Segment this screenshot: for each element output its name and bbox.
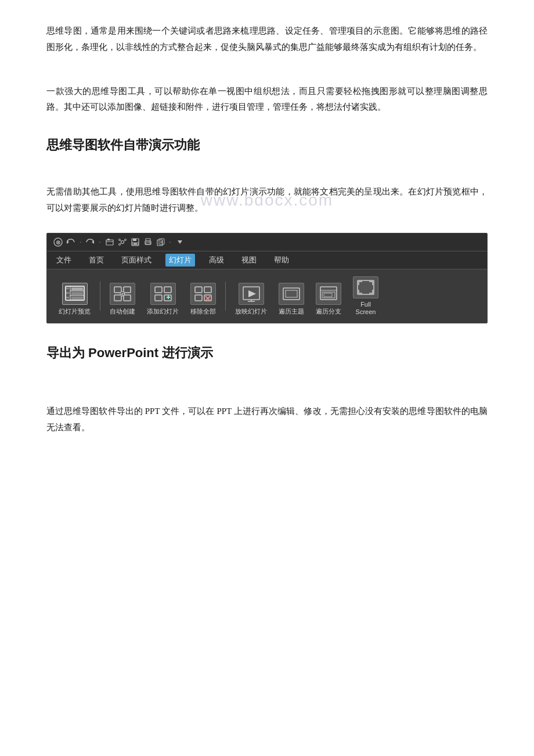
open-icon[interactable]: [104, 237, 115, 247]
label-remove-all: 移除全部: [190, 307, 216, 316]
svg-rect-49: [204, 287, 211, 293]
menu-view[interactable]: 视图: [238, 254, 260, 267]
svg-point-20: [149, 242, 150, 243]
svg-rect-48: [195, 287, 202, 293]
browse-branch-icon-box: [316, 283, 341, 305]
menu-help[interactable]: 帮助: [270, 254, 293, 267]
svg-line-12: [120, 243, 121, 244]
svg-rect-5: [107, 239, 110, 240]
svg-rect-14: [133, 239, 136, 241]
svg-line-10: [120, 240, 121, 242]
svg-rect-35: [66, 297, 69, 298]
svg-rect-16: [134, 243, 137, 244]
page-container: 思维导图，通常是用来围绕一个关键词或者思路来梳理思路、设定任务、管理项目的示意图…: [0, 0, 534, 487]
svg-marker-25: [178, 240, 182, 244]
svg-rect-43: [164, 287, 171, 293]
paragraph-1: 思维导图，通常是用来围绕一个关键词或者思路来梳理思路、设定任务、管理项目的示意图…: [46, 23, 488, 56]
undo-icon[interactable]: [66, 237, 76, 247]
svg-rect-63: [324, 293, 332, 297]
svg-rect-59: [286, 290, 297, 297]
label-add-slide: 添加幻灯片: [147, 307, 179, 316]
dropdown-arrow[interactable]: [175, 237, 185, 247]
svg-rect-32: [71, 297, 83, 300]
svg-rect-42: [155, 287, 162, 293]
menu-slideshow[interactable]: 幻灯片: [165, 254, 195, 267]
svg-rect-34: [66, 292, 69, 294]
export-icon[interactable]: [156, 237, 166, 247]
titlebar-icons: ⊗ · ·: [53, 237, 185, 247]
svg-rect-18: [146, 239, 150, 241]
full-screen-icon-box: [353, 276, 378, 298]
redo-icon[interactable]: [85, 237, 95, 247]
label-slideshow-preview: 幻灯片预览: [59, 307, 91, 316]
logo-icon: ⊗: [53, 237, 63, 247]
sep3: ·: [169, 237, 171, 247]
svg-point-9: [118, 243, 120, 245]
label-auto-create: 自动创建: [110, 307, 135, 316]
divider-2: [225, 282, 226, 311]
menu-advanced[interactable]: 高级: [205, 254, 228, 267]
toolbar-btn-auto-create[interactable]: ⟲ 自动创建: [105, 280, 140, 318]
svg-rect-37: [124, 287, 131, 293]
svg-rect-44: [155, 295, 162, 301]
toolbar-btn-browse-theme[interactable]: 遍历主题: [274, 280, 309, 318]
svg-rect-4: [106, 240, 113, 245]
label-play-slideshow: 放映幻灯片: [235, 307, 267, 316]
toolbar-btn-slideshow-preview[interactable]: 幻灯片预览: [54, 280, 95, 318]
svg-point-7: [118, 239, 120, 240]
svg-rect-31: [71, 292, 83, 295]
save-icon[interactable]: [130, 237, 140, 247]
svg-rect-33: [66, 287, 69, 289]
browse-theme-icon-box: [279, 283, 304, 305]
svg-text:⟲: ⟲: [121, 291, 125, 297]
svg-rect-19: [146, 243, 150, 244]
svg-rect-64: [358, 280, 374, 294]
svg-point-8: [124, 239, 126, 240]
paragraph-3: 无需借助其他工具，使用思维导图软件自带的幻灯片演示功能，就能将文档完美的呈现出来…: [46, 184, 488, 217]
svg-rect-50: [195, 295, 202, 301]
titlebar: ⊗ · ·: [47, 233, 487, 251]
toolbar: 幻灯片预览 ⟲ 自动创建: [47, 269, 487, 323]
menubar: 文件 首页 页面样式 幻灯片 高级 视图 帮助: [47, 251, 487, 269]
print-icon[interactable]: [143, 237, 153, 247]
toolbar-btn-full-screen[interactable]: Full Screen: [348, 274, 383, 318]
slideshow-preview-icon-box: [62, 283, 88, 305]
menu-home[interactable]: 首页: [85, 254, 107, 267]
label-browse-branch: 遍历分支: [316, 307, 341, 316]
svg-marker-57: [248, 290, 256, 297]
label-full-screen: Full Screen: [356, 301, 376, 316]
mindmap-icon[interactable]: [117, 237, 128, 247]
watermark-container: 无需借助其他工具，使用思维导图软件自带的幻灯片演示功能，就能将文档完美的呈现出来…: [46, 184, 488, 217]
toolbar-btn-add-slide[interactable]: 添加幻灯片: [142, 280, 183, 318]
auto-create-icon-box: ⟲: [110, 283, 135, 305]
toolbar-btn-browse-branch[interactable]: 遍历分支: [311, 280, 346, 318]
menu-page-style[interactable]: 页面样式: [118, 254, 155, 267]
svg-line-11: [124, 240, 124, 242]
svg-text:⊗: ⊗: [56, 239, 60, 246]
section-title-2: 导出为 PowerPoint 进行演示: [46, 344, 488, 362]
play-slideshow-icon-box: [239, 283, 264, 305]
toolbar-btn-remove-all[interactable]: 移除全部: [186, 280, 221, 318]
software-screenshot: ⊗ · ·: [46, 233, 488, 323]
label-browse-theme: 遍历主题: [279, 307, 304, 316]
svg-point-6: [121, 240, 124, 243]
sep1: ·: [80, 237, 81, 247]
svg-rect-30: [71, 287, 83, 290]
paragraph-4: 通过思维导图软件导出的 PPT 文件，可以在 PPT 上进行再次编辑、修改，无需…: [46, 404, 488, 436]
add-slide-icon-box: [150, 283, 176, 305]
remove-all-icon-box: [190, 283, 216, 305]
menu-file[interactable]: 文件: [53, 254, 75, 267]
section-title-1: 思维导图软件自带演示功能: [46, 136, 488, 154]
svg-rect-39: [124, 295, 131, 301]
paragraph-2: 一款强大的思维导图工具，可以帮助你在单一视图中组织想法，而且只需要轻松拖拽图形就…: [46, 84, 488, 116]
toolbar-btn-play-slideshow[interactable]: 放映幻灯片: [230, 280, 272, 318]
sep2: ·: [99, 237, 100, 247]
divider-1: [100, 282, 100, 311]
